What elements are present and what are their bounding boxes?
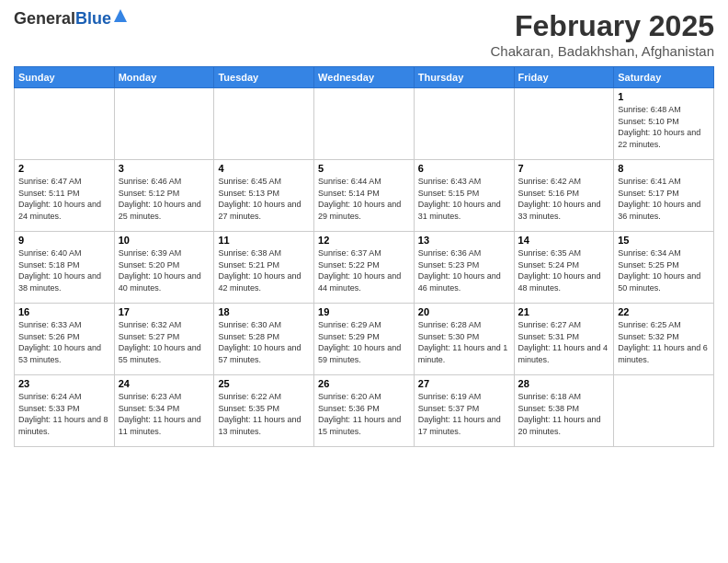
day-number: 15 [618, 235, 710, 246]
day-info: Sunrise: 6:46 AMSunset: 5:12 PMDaylight:… [119, 176, 210, 222]
col-tuesday: Tuesday [214, 67, 314, 88]
month-title: February 2025 [490, 9, 714, 43]
calendar-header-row: Sunday Monday Tuesday Wednesday Thursday… [15, 67, 714, 88]
calendar-cell-w2-d2: 11Sunrise: 6:38 AMSunset: 5:21 PMDayligh… [214, 232, 314, 304]
day-number: 4 [218, 163, 310, 174]
day-number: 27 [418, 378, 510, 389]
calendar-cell-w2-d3: 12Sunrise: 6:37 AMSunset: 5:22 PMDayligh… [314, 232, 415, 304]
calendar-cell-w0-d1 [114, 88, 214, 160]
calendar-cell-w1-d2: 4Sunrise: 6:45 AMSunset: 5:13 PMDaylight… [214, 160, 314, 232]
day-info: Sunrise: 6:27 AMSunset: 5:31 PMDaylight:… [518, 319, 610, 365]
day-number: 17 [119, 306, 210, 317]
day-info: Sunrise: 6:44 AMSunset: 5:14 PMDaylight:… [318, 176, 410, 222]
calendar-cell-w3-d6: 22Sunrise: 6:25 AMSunset: 5:32 PMDayligh… [614, 304, 714, 375]
day-info: Sunrise: 6:29 AMSunset: 5:29 PMDaylight:… [318, 319, 410, 365]
calendar-cell-w4-d4: 27Sunrise: 6:19 AMSunset: 5:37 PMDayligh… [414, 375, 514, 447]
day-number: 6 [418, 163, 510, 174]
day-info: Sunrise: 6:30 AMSunset: 5:28 PMDaylight:… [218, 319, 310, 365]
calendar-cell-w1-d0: 2Sunrise: 6:47 AMSunset: 5:11 PMDaylight… [15, 160, 115, 232]
logo-icon [114, 9, 127, 22]
day-info: Sunrise: 6:42 AMSunset: 5:16 PMDaylight:… [518, 176, 610, 222]
day-number: 28 [518, 378, 610, 389]
day-number: 23 [18, 378, 110, 389]
day-number: 7 [518, 163, 610, 174]
day-info: Sunrise: 6:47 AMSunset: 5:11 PMDaylight:… [18, 176, 110, 222]
calendar-body: 1Sunrise: 6:48 AMSunset: 5:10 PMDaylight… [15, 88, 714, 447]
calendar-cell-w4-d6 [614, 375, 714, 447]
day-number: 10 [119, 235, 210, 246]
calendar-cell-w0-d2 [214, 88, 314, 160]
day-info: Sunrise: 6:18 AMSunset: 5:38 PMDaylight:… [518, 391, 610, 437]
calendar-cell-w2-d1: 10Sunrise: 6:39 AMSunset: 5:20 PMDayligh… [114, 232, 214, 304]
calendar-cell-w3-d5: 21Sunrise: 6:27 AMSunset: 5:31 PMDayligh… [514, 304, 614, 375]
day-info: Sunrise: 6:36 AMSunset: 5:23 PMDaylight:… [418, 247, 510, 293]
day-number: 2 [18, 163, 110, 174]
calendar-cell-w0-d3 [314, 88, 415, 160]
day-number: 14 [518, 235, 610, 246]
day-info: Sunrise: 6:45 AMSunset: 5:13 PMDaylight:… [218, 176, 310, 222]
calendar-cell-w2-d6: 15Sunrise: 6:34 AMSunset: 5:25 PMDayligh… [614, 232, 714, 304]
calendar-cell-w1-d1: 3Sunrise: 6:46 AMSunset: 5:12 PMDaylight… [114, 160, 214, 232]
calendar-cell-w4-d5: 28Sunrise: 6:18 AMSunset: 5:38 PMDayligh… [514, 375, 614, 447]
calendar-cell-w3-d4: 20Sunrise: 6:28 AMSunset: 5:30 PMDayligh… [414, 304, 514, 375]
day-info: Sunrise: 6:33 AMSunset: 5:26 PMDaylight:… [18, 319, 110, 365]
day-number: 16 [18, 306, 110, 317]
day-info: Sunrise: 6:40 AMSunset: 5:18 PMDaylight:… [18, 247, 110, 293]
col-monday: Monday [114, 67, 214, 88]
day-info: Sunrise: 6:43 AMSunset: 5:15 PMDaylight:… [418, 176, 510, 222]
calendar-cell-w3-d1: 17Sunrise: 6:32 AMSunset: 5:27 PMDayligh… [114, 304, 214, 375]
calendar-cell-w0-d5 [514, 88, 614, 160]
day-info: Sunrise: 6:23 AMSunset: 5:34 PMDaylight:… [119, 391, 210, 437]
calendar-cell-w0-d6: 1Sunrise: 6:48 AMSunset: 5:10 PMDaylight… [614, 88, 714, 160]
calendar-cell-w4-d2: 25Sunrise: 6:22 AMSunset: 5:35 PMDayligh… [214, 375, 314, 447]
day-number: 24 [119, 378, 210, 389]
day-number: 21 [518, 306, 610, 317]
calendar-cell-w2-d0: 9Sunrise: 6:40 AMSunset: 5:18 PMDaylight… [15, 232, 115, 304]
logo: GeneralBlue [14, 9, 127, 29]
calendar-week-3: 16Sunrise: 6:33 AMSunset: 5:26 PMDayligh… [15, 304, 714, 375]
calendar-cell-w4-d0: 23Sunrise: 6:24 AMSunset: 5:33 PMDayligh… [15, 375, 115, 447]
logo-general: GeneralBlue [14, 9, 111, 29]
day-info: Sunrise: 6:34 AMSunset: 5:25 PMDaylight:… [618, 247, 710, 293]
calendar-cell-w1-d3: 5Sunrise: 6:44 AMSunset: 5:14 PMDaylight… [314, 160, 415, 232]
day-info: Sunrise: 6:32 AMSunset: 5:27 PMDaylight:… [119, 319, 210, 365]
calendar-cell-w2-d5: 14Sunrise: 6:35 AMSunset: 5:24 PMDayligh… [514, 232, 614, 304]
calendar-cell-w1-d4: 6Sunrise: 6:43 AMSunset: 5:15 PMDaylight… [414, 160, 514, 232]
day-info: Sunrise: 6:25 AMSunset: 5:32 PMDaylight:… [618, 319, 710, 365]
calendar-cell-w1-d5: 7Sunrise: 6:42 AMSunset: 5:16 PMDaylight… [514, 160, 614, 232]
day-info: Sunrise: 6:38 AMSunset: 5:21 PMDaylight:… [218, 247, 310, 293]
location-title: Chakaran, Badakhshan, Afghanistan [490, 43, 714, 59]
day-number: 5 [318, 163, 410, 174]
day-info: Sunrise: 6:41 AMSunset: 5:17 PMDaylight:… [618, 176, 710, 222]
day-number: 11 [218, 235, 310, 246]
calendar-cell-w3-d3: 19Sunrise: 6:29 AMSunset: 5:29 PMDayligh… [314, 304, 415, 375]
day-number: 1 [618, 91, 710, 102]
day-number: 20 [418, 306, 510, 317]
calendar-cell-w3-d0: 16Sunrise: 6:33 AMSunset: 5:26 PMDayligh… [15, 304, 115, 375]
calendar-week-2: 9Sunrise: 6:40 AMSunset: 5:18 PMDaylight… [15, 232, 714, 304]
day-info: Sunrise: 6:35 AMSunset: 5:24 PMDaylight:… [518, 247, 610, 293]
day-number: 12 [318, 235, 410, 246]
header: GeneralBlue February 2025 Chakaran, Bada… [14, 9, 714, 59]
calendar-cell-w1-d6: 8Sunrise: 6:41 AMSunset: 5:17 PMDaylight… [614, 160, 714, 232]
col-wednesday: Wednesday [314, 67, 415, 88]
day-info: Sunrise: 6:24 AMSunset: 5:33 PMDaylight:… [18, 391, 110, 437]
col-friday: Friday [514, 67, 614, 88]
calendar-table: Sunday Monday Tuesday Wednesday Thursday… [14, 66, 714, 447]
day-number: 3 [119, 163, 210, 174]
day-info: Sunrise: 6:39 AMSunset: 5:20 PMDaylight:… [119, 247, 210, 293]
day-info: Sunrise: 6:37 AMSunset: 5:22 PMDaylight:… [318, 247, 410, 293]
calendar-cell-w3-d2: 18Sunrise: 6:30 AMSunset: 5:28 PMDayligh… [214, 304, 314, 375]
day-info: Sunrise: 6:28 AMSunset: 5:30 PMDaylight:… [418, 319, 510, 365]
col-saturday: Saturday [614, 67, 714, 88]
day-number: 13 [418, 235, 510, 246]
calendar-cell-w2-d4: 13Sunrise: 6:36 AMSunset: 5:23 PMDayligh… [414, 232, 514, 304]
calendar-week-0: 1Sunrise: 6:48 AMSunset: 5:10 PMDaylight… [15, 88, 714, 160]
calendar-week-1: 2Sunrise: 6:47 AMSunset: 5:11 PMDaylight… [15, 160, 714, 232]
page: GeneralBlue February 2025 Chakaran, Bada… [0, 0, 728, 563]
day-number: 18 [218, 306, 310, 317]
day-number: 19 [318, 306, 410, 317]
day-info: Sunrise: 6:20 AMSunset: 5:36 PMDaylight:… [318, 391, 410, 437]
calendar-cell-w0-d0 [15, 88, 115, 160]
day-info: Sunrise: 6:22 AMSunset: 5:35 PMDaylight:… [218, 391, 310, 437]
